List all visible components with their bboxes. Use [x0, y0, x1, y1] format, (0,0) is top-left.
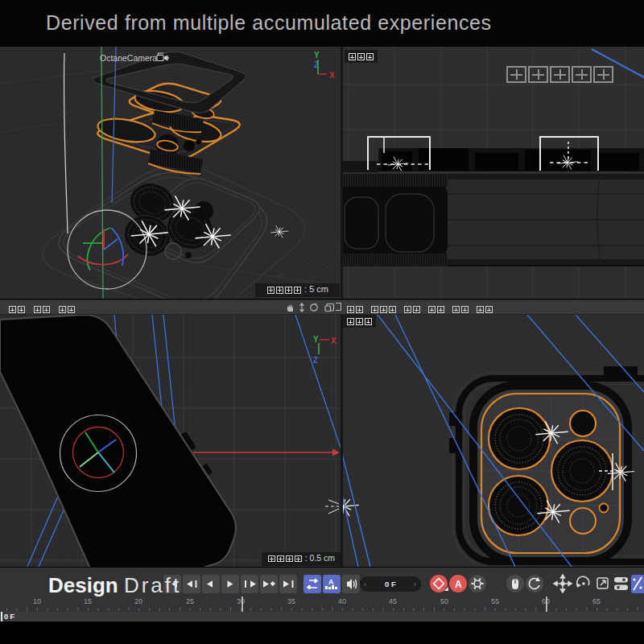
svg-text:‹: ‹ — [364, 580, 366, 588]
svg-text:›: › — [414, 580, 416, 588]
svg-text:60: 60 — [542, 597, 550, 605]
svg-text:Z: Z — [313, 356, 318, 365]
svg-text:40: 40 — [338, 597, 346, 605]
svg-text:Y: Y — [314, 51, 320, 60]
svg-text:45: 45 — [389, 597, 397, 605]
svg-text:50: 50 — [440, 597, 448, 605]
svg-text:X: X — [329, 71, 335, 80]
svg-text:30: 30 — [237, 597, 245, 605]
svg-text:65: 65 — [592, 597, 601, 605]
svg-text:20: 20 — [134, 597, 142, 605]
svg-text:25: 25 — [186, 597, 194, 605]
svg-text:10: 10 — [33, 597, 41, 605]
svg-text:35: 35 — [287, 597, 295, 605]
svg-text:X: X — [331, 336, 336, 345]
svg-text:A: A — [328, 578, 334, 586]
svg-text:A: A — [455, 579, 462, 590]
svg-text:Y: Y — [313, 335, 319, 344]
svg-text:0 F: 0 F — [385, 580, 396, 588]
svg-text:55: 55 — [491, 597, 499, 605]
svg-text:15: 15 — [84, 597, 92, 605]
